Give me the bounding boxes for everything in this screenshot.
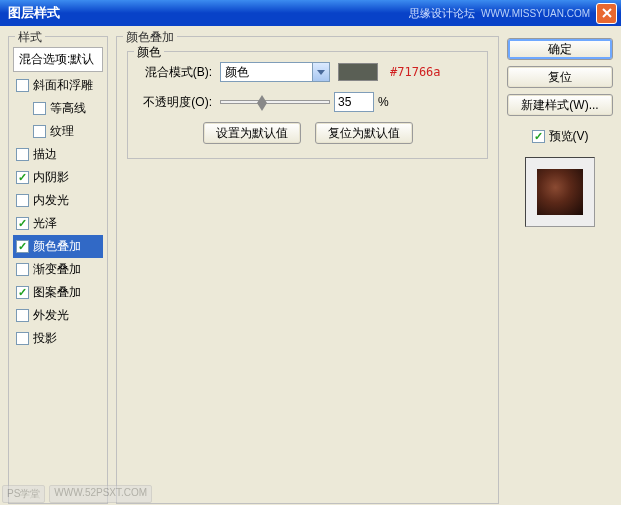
blend-mode-row: 混合模式(B): 颜色 #71766a [138, 62, 477, 82]
blend-options-header[interactable]: 混合选项:默认 [13, 47, 103, 72]
styles-fieldset: 样式 混合选项:默认 斜面和浮雕等高线纹理描边内阴影内发光光泽颜色叠加渐变叠加图… [8, 36, 108, 504]
watermark: PS学堂 WWW.52PSXT.COM [2, 485, 152, 503]
dialog-content: 样式 混合选项:默认 斜面和浮雕等高线纹理描边内阴影内发光光泽颜色叠加渐变叠加图… [0, 26, 621, 505]
preview-checkbox[interactable] [532, 130, 545, 143]
style-label: 渐变叠加 [33, 261, 81, 278]
opacity-row: 不透明度(O): % [138, 92, 477, 112]
style-item-斜面和浮雕[interactable]: 斜面和浮雕 [13, 74, 103, 97]
style-checkbox[interactable] [16, 148, 29, 161]
style-item-等高线[interactable]: 等高线 [13, 97, 103, 120]
preview-option[interactable]: 预览(V) [507, 128, 613, 145]
ok-button[interactable]: 确定 [507, 38, 613, 60]
style-label: 内阴影 [33, 169, 69, 186]
color-fieldset: 颜色 混合模式(B): 颜色 #71766a 不透明度(O): [127, 51, 488, 159]
style-item-描边[interactable]: 描边 [13, 143, 103, 166]
blend-mode-value: 颜色 [225, 64, 249, 81]
titlebar: 图层样式 思缘设计论坛 WWW.MISSYUAN.COM [0, 0, 621, 26]
blend-mode-select[interactable]: 颜色 [220, 62, 330, 82]
style-checkbox[interactable] [16, 79, 29, 92]
cancel-button[interactable]: 复位 [507, 66, 613, 88]
style-checkbox[interactable] [16, 240, 29, 253]
reset-default-button[interactable]: 复位为默认值 [315, 122, 413, 144]
style-label: 外发光 [33, 307, 69, 324]
style-label: 光泽 [33, 215, 57, 232]
style-item-纹理[interactable]: 纹理 [13, 120, 103, 143]
style-label: 描边 [33, 146, 57, 163]
color-swatch[interactable] [338, 63, 378, 81]
preview-panel [525, 157, 595, 227]
style-item-外发光[interactable]: 外发光 [13, 304, 103, 327]
default-buttons-row: 设置为默认值 复位为默认值 [138, 122, 477, 144]
color-hex: #71766a [390, 65, 441, 79]
style-checkbox[interactable] [33, 125, 46, 138]
close-button[interactable] [596, 3, 617, 24]
style-label: 内发光 [33, 192, 69, 209]
opacity-input[interactable] [334, 92, 374, 112]
main-column: 颜色叠加 颜色 混合模式(B): 颜色 #71766a 不透明度(O): [116, 36, 499, 497]
set-default-button[interactable]: 设置为默认值 [203, 122, 301, 144]
styles-legend: 样式 [15, 29, 45, 46]
forum-label: 思缘设计论坛 [409, 6, 475, 21]
slider-thumb-icon[interactable] [257, 95, 267, 111]
style-item-投影[interactable]: 投影 [13, 327, 103, 350]
chevron-down-icon [312, 63, 329, 81]
style-label: 图案叠加 [33, 284, 81, 301]
style-label: 纹理 [50, 123, 74, 140]
style-label: 斜面和浮雕 [33, 77, 93, 94]
style-item-颜色叠加[interactable]: 颜色叠加 [13, 235, 103, 258]
style-checkbox[interactable] [33, 102, 46, 115]
style-checkbox[interactable] [16, 217, 29, 230]
close-icon [602, 8, 612, 18]
style-checkbox[interactable] [16, 194, 29, 207]
style-checkbox[interactable] [16, 263, 29, 276]
new-style-button[interactable]: 新建样式(W)... [507, 94, 613, 116]
right-column: 确定 复位 新建样式(W)... 预览(V) [507, 36, 613, 497]
style-item-图案叠加[interactable]: 图案叠加 [13, 281, 103, 304]
style-list: 斜面和浮雕等高线纹理描边内阴影内发光光泽颜色叠加渐变叠加图案叠加外发光投影 [13, 74, 103, 350]
preview-label: 预览(V) [549, 128, 589, 145]
style-label: 投影 [33, 330, 57, 347]
style-checkbox[interactable] [16, 309, 29, 322]
opacity-unit: % [378, 95, 389, 109]
preview-thumbnail [537, 169, 583, 215]
styles-column: 样式 混合选项:默认 斜面和浮雕等高线纹理描边内阴影内发光光泽颜色叠加渐变叠加图… [8, 36, 108, 497]
window-title: 图层样式 [8, 4, 409, 22]
style-item-内发光[interactable]: 内发光 [13, 189, 103, 212]
main-fieldset: 颜色叠加 颜色 混合模式(B): 颜色 #71766a 不透明度(O): [116, 36, 499, 504]
style-item-内阴影[interactable]: 内阴影 [13, 166, 103, 189]
style-checkbox[interactable] [16, 171, 29, 184]
style-label: 颜色叠加 [33, 238, 81, 255]
style-item-渐变叠加[interactable]: 渐变叠加 [13, 258, 103, 281]
opacity-slider[interactable] [220, 100, 330, 104]
style-checkbox[interactable] [16, 286, 29, 299]
url-label: WWW.MISSYUAN.COM [481, 8, 590, 19]
inner-legend: 颜色 [134, 44, 164, 61]
style-item-光泽[interactable]: 光泽 [13, 212, 103, 235]
opacity-label: 不透明度(O): [138, 94, 212, 111]
blend-mode-label: 混合模式(B): [138, 64, 212, 81]
style-label: 等高线 [50, 100, 86, 117]
style-checkbox[interactable] [16, 332, 29, 345]
